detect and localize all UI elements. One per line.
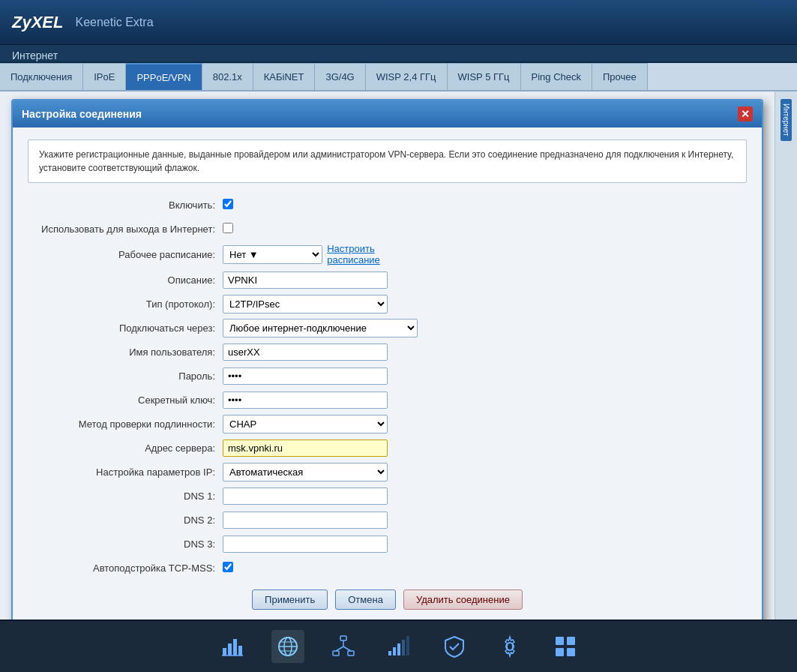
tabs-bar: Подключения IPoE PPPoE/VPN 802.1x КАБiNE… <box>0 63 797 92</box>
dialog-buttons: Применить Отмена Удалить соединение <box>28 590 747 617</box>
input-dns2[interactable] <box>223 512 388 529</box>
label-username: Имя пользователя: <box>28 346 223 358</box>
svg-rect-18 <box>397 644 400 656</box>
svg-rect-0 <box>223 648 226 656</box>
input-dns3[interactable] <box>223 536 388 553</box>
row-secret: Секретный ключ: <box>28 390 747 410</box>
control-ip-settings: Автоматическая Вручную <box>223 463 388 482</box>
select-auth-method[interactable]: CHAP PAP MSCHAP MSCHAPv2 Auto <box>223 415 388 434</box>
row-dns1: DNS 1: <box>28 486 747 506</box>
header: ZyXEL Keenetic Extra <box>0 0 797 45</box>
input-dns1[interactable] <box>223 488 388 505</box>
row-dns2: DNS 2: <box>28 510 747 530</box>
taskbar-chart-icon[interactable] <box>216 630 249 663</box>
taskbar-shield-icon[interactable] <box>438 630 471 663</box>
select-connect-via[interactable]: Любое интернет-подключение <box>223 319 418 338</box>
control-type: L2TP/IPsec PPTP L2TP OpenVPN <box>223 295 388 314</box>
row-enable: Включить: <box>28 195 747 214</box>
taskbar <box>0 620 797 672</box>
label-dns1: DNS 1: <box>28 490 223 502</box>
info-text: Укажите регистрационные данные, выданные… <box>39 149 733 173</box>
info-box: Укажите регистрационные данные, выданные… <box>28 140 747 183</box>
control-auth-method: CHAP PAP MSCHAP MSCHAPv2 Auto <box>223 415 388 434</box>
row-server: Адрес сервера: <box>28 438 747 458</box>
tab-pingcheck[interactable]: Ping Check <box>521 63 592 90</box>
tab-wisp24[interactable]: WISP 2,4 ГГц <box>366 63 448 90</box>
svg-rect-3 <box>238 646 242 656</box>
row-schedule: Рабочее расписание: Нет ▼ Настроить расп… <box>28 243 747 266</box>
checkbox-internet[interactable] <box>223 223 233 233</box>
tab-3g4g[interactable]: 3G/4G <box>315 63 365 90</box>
svg-rect-2 <box>233 639 237 656</box>
row-description: Описание: <box>28 270 747 290</box>
select-ip-settings[interactable]: Автоматическая Вручную <box>223 463 388 482</box>
schedule-link[interactable]: Настроить расписание <box>327 243 388 266</box>
tab-ipoe[interactable]: IPoE <box>83 63 126 90</box>
row-ip-settings: Настройка параметров IP: Автоматическая … <box>28 462 747 482</box>
input-server[interactable] <box>223 440 388 457</box>
taskbar-apps-icon[interactable] <box>549 630 582 663</box>
control-schedule: Нет ▼ Настроить расписание <box>223 243 388 266</box>
delete-button[interactable]: Удалить соединение <box>403 590 523 610</box>
label-description: Описание: <box>28 274 223 286</box>
svg-line-15 <box>343 646 351 651</box>
label-connect-via: Подключаться через: <box>28 322 223 334</box>
dialog-title-bar: Настройка соединения ✕ <box>13 100 762 128</box>
row-dns3: DNS 3: <box>28 534 747 554</box>
label-ip-settings: Настройка параметров IP: <box>28 466 223 478</box>
row-auth-method: Метод проверки подлинности: CHAP PAP MSC… <box>28 414 747 434</box>
logo-product: Keenetic Extra <box>75 16 153 29</box>
dialog-close-button[interactable]: ✕ <box>738 106 753 122</box>
form-table: Включить: Использовать для выхода в Инте… <box>28 195 747 578</box>
sidebar-internet-button[interactable]: Интернет <box>781 99 792 141</box>
svg-rect-10 <box>340 636 346 640</box>
row-internet: Использовать для выхода в Интернет: <box>28 219 747 238</box>
cancel-button[interactable]: Отмена <box>335 590 396 610</box>
svg-line-14 <box>336 646 343 651</box>
input-description[interactable] <box>223 272 388 289</box>
control-dns3 <box>223 536 388 553</box>
tab-wisp5[interactable]: WISP 5 ГГц <box>448 63 521 90</box>
checkbox-enable[interactable] <box>223 199 233 209</box>
control-dns1 <box>223 488 388 505</box>
label-tcp-mss: Автоподстройка TCP-MSS: <box>28 562 223 574</box>
taskbar-globe-icon[interactable] <box>271 630 304 663</box>
control-tcp-mss <box>223 562 388 574</box>
select-type[interactable]: L2TP/IPsec PPTP L2TP OpenVPN <box>223 295 388 314</box>
svg-rect-19 <box>402 640 405 656</box>
svg-rect-11 <box>333 651 339 656</box>
control-password <box>223 368 388 385</box>
row-username: Имя пользователя: <box>28 342 747 362</box>
taskbar-network-icon[interactable] <box>327 630 360 663</box>
label-internet: Использовать для выхода в Интернет: <box>28 224 223 235</box>
tab-kabinet[interactable]: КАБiNET <box>253 63 316 90</box>
logo-zyxel: ZyXEL <box>12 13 63 32</box>
label-schedule: Рабочее расписание: <box>28 249 223 260</box>
label-enable: Включить: <box>28 200 223 211</box>
taskbar-settings-icon[interactable] <box>493 630 526 663</box>
label-type: Тип (протокол): <box>28 298 223 310</box>
nav-bar: Интернет <box>0 45 797 63</box>
svg-rect-22 <box>556 637 564 645</box>
input-password[interactable] <box>223 368 388 385</box>
taskbar-signal-icon[interactable] <box>382 630 415 663</box>
apply-button[interactable]: Применить <box>252 590 328 610</box>
control-internet <box>223 223 388 236</box>
select-schedule[interactable]: Нет ▼ <box>223 245 322 264</box>
tab-connections[interactable]: Подключения <box>0 63 83 90</box>
row-tcp-mss: Автоподстройка TCP-MSS: <box>28 558 747 578</box>
label-secret: Секретный ключ: <box>28 394 223 406</box>
label-dns3: DNS 3: <box>28 538 223 550</box>
tab-8021x[interactable]: 802.1x <box>202 63 253 90</box>
row-password: Пароль: <box>28 366 747 386</box>
input-username[interactable] <box>223 344 388 361</box>
label-auth-method: Метод проверки подлинности: <box>28 418 223 430</box>
input-secret[interactable] <box>223 392 388 409</box>
content-area: Интернет Настройка соединения ✕ Укажите … <box>0 92 797 620</box>
tab-other[interactable]: Прочее <box>592 63 648 90</box>
svg-rect-1 <box>228 644 232 656</box>
svg-rect-16 <box>388 651 391 656</box>
row-connect-via: Подключаться через: Любое интернет-подкл… <box>28 318 747 338</box>
checkbox-tcp-mss[interactable] <box>223 562 233 572</box>
tab-pppoe[interactable]: PPPoE/VPN <box>126 63 202 90</box>
